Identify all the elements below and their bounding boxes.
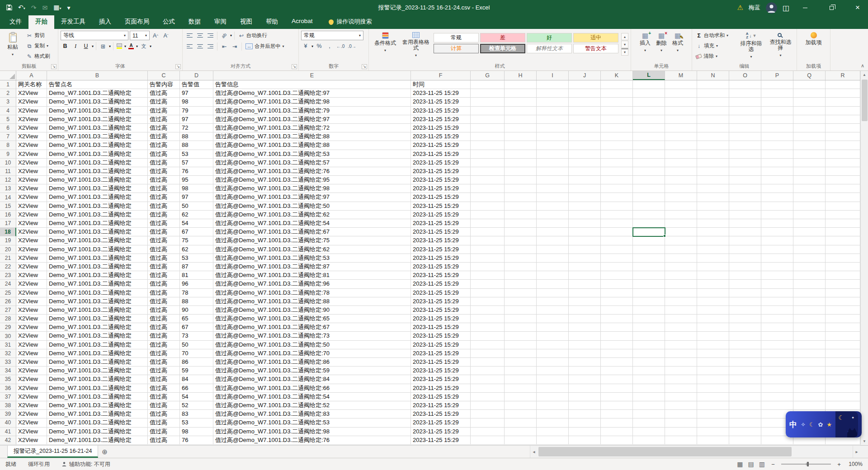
cell-J19[interactable]	[569, 236, 601, 245]
cell-I30[interactable]	[537, 332, 569, 340]
new-sheet-button[interactable]: ⊕	[98, 446, 111, 458]
cell-Q2[interactable]	[793, 89, 826, 98]
cell-J40[interactable]	[569, 418, 601, 427]
cell-H31[interactable]	[505, 341, 537, 349]
cell-J2[interactable]	[569, 89, 601, 98]
cell-Q8[interactable]	[793, 141, 826, 150]
cell-A21[interactable]: X2View	[16, 254, 47, 263]
cell-R12[interactable]	[826, 176, 860, 184]
cell-D13[interactable]: 98	[180, 184, 213, 193]
cell-Q36[interactable]	[793, 384, 826, 393]
cell-N23[interactable]	[697, 271, 729, 280]
cell-O35[interactable]	[729, 375, 761, 384]
cell-F6[interactable]: 2023-11-25 15:29	[411, 124, 471, 132]
cell-style-chip-neutral[interactable]: 适中	[573, 33, 618, 42]
cell-I18[interactable]	[537, 228, 569, 236]
cell-I31[interactable]	[537, 341, 569, 349]
cell-B33[interactable]: Demo_W7.1001.D3.二通阀给定	[47, 358, 148, 367]
cell-C8[interactable]: 值过高	[148, 141, 180, 150]
cell-G32[interactable]	[471, 349, 505, 358]
zoom-out-button[interactable]: −	[770, 461, 776, 468]
cell-M9[interactable]	[665, 150, 697, 159]
cell-O28[interactable]	[729, 315, 761, 323]
cell-K25[interactable]	[601, 289, 633, 297]
cell-N29[interactable]	[697, 323, 729, 332]
cell-E19[interactable]: 值过高@Demo_W7.1001.D3.二通阀给定:75	[213, 236, 411, 245]
cell-D36[interactable]: 66	[180, 384, 213, 393]
cell-K15[interactable]	[601, 202, 633, 211]
cell-I13[interactable]	[537, 184, 569, 193]
cell-L10[interactable]	[633, 159, 665, 167]
cell-F32[interactable]: 2023-11-25 15:29	[411, 349, 471, 358]
cell-J3[interactable]	[569, 98, 601, 106]
touch-mode-dropdown-icon[interactable]: ▾	[59, 6, 61, 10]
cell-style-chip-explain[interactable]: 解释性文本	[527, 44, 572, 53]
sort-filter-button[interactable]: AZ↓▼ 排序和筛选 ▾	[737, 31, 765, 61]
cell-E40[interactable]: 值过高@Demo_W7.1001.D3.二通阀给定:53	[213, 418, 411, 427]
cell-J29[interactable]	[569, 323, 601, 332]
cell-P18[interactable]	[761, 228, 793, 236]
cell-C30[interactable]: 值过高	[148, 332, 180, 340]
cell-H18[interactable]	[505, 228, 537, 236]
cell-R17[interactable]	[826, 219, 860, 228]
cell-O33[interactable]	[729, 358, 761, 367]
cell-H12[interactable]	[505, 176, 537, 184]
cell-D20[interactable]: 62	[180, 245, 213, 254]
minimize-button[interactable]	[795, 0, 816, 15]
row-header-17[interactable]: 17	[0, 219, 16, 228]
cell-B19[interactable]: Demo_W7.1001.D3.二通阀给定	[47, 236, 148, 245]
cell-L5[interactable]	[633, 115, 665, 124]
cell-M27[interactable]	[665, 306, 697, 315]
cell-C4[interactable]: 值过高	[148, 107, 180, 115]
cell-J16[interactable]	[569, 211, 601, 219]
cell-F42[interactable]: 2023-11-25 15:29	[411, 436, 471, 445]
cell-B1[interactable]: 告警点名	[47, 80, 148, 89]
view-page-layout-button[interactable]: ▤	[748, 461, 754, 468]
cell-G41[interactable]	[471, 428, 505, 436]
row-header-23[interactable]: 23	[0, 271, 16, 280]
cell-J34[interactable]	[569, 367, 601, 375]
cell-C23[interactable]: 值过高	[148, 271, 180, 280]
cell-I15[interactable]	[537, 202, 569, 211]
cell-N1[interactable]	[697, 80, 729, 89]
cell-H24[interactable]	[505, 280, 537, 288]
cell-C20[interactable]: 值过高	[148, 245, 180, 254]
cell-Q10[interactable]	[793, 159, 826, 167]
cell-R4[interactable]	[826, 107, 860, 115]
ribbon-tab-6[interactable]: 数据	[182, 15, 208, 29]
cell-A8[interactable]: X2View	[16, 141, 47, 150]
cell-F34[interactable]: 2023-11-25 15:29	[411, 367, 471, 375]
cell-J10[interactable]	[569, 159, 601, 167]
cell-B24[interactable]: Demo_W7.1001.D3.二通阀给定	[47, 280, 148, 288]
cell-F27[interactable]: 2023-11-25 15:29	[411, 306, 471, 315]
cell-G37[interactable]	[471, 393, 505, 401]
maximize-button[interactable]	[821, 0, 842, 15]
cell-K38[interactable]	[601, 401, 633, 410]
cell-E2[interactable]: 值过高@Demo_W7.1001.D3.二通阀给定:97	[213, 89, 411, 98]
cell-R11[interactable]	[826, 167, 860, 176]
cell-M35[interactable]	[665, 375, 697, 384]
cell-N21[interactable]	[697, 254, 729, 263]
cell-C10[interactable]: 值过高	[148, 159, 180, 167]
number-dialog-launcher[interactable]: ↘	[362, 64, 367, 69]
cell-P33[interactable]	[761, 358, 793, 367]
row-header-39[interactable]: 39	[0, 410, 16, 418]
cell-R30[interactable]	[826, 332, 860, 340]
font-color-button[interactable]: A	[127, 43, 135, 50]
ime-star-icon[interactable]: ★	[826, 421, 832, 428]
cell-N18[interactable]	[697, 228, 729, 236]
undo-dropdown-icon[interactable]: ▾	[24, 6, 25, 10]
cell-style-chip-normal[interactable]: 常规	[434, 33, 479, 42]
decrease-font-button[interactable]: Aˇ	[161, 31, 170, 40]
cell-H4[interactable]	[505, 107, 537, 115]
cell-O8[interactable]	[729, 141, 761, 150]
cell-M1[interactable]	[665, 80, 697, 89]
cell-E22[interactable]: 值过高@Demo_W7.1001.D3.二通阀给定:87	[213, 263, 411, 271]
cell-H42[interactable]	[505, 436, 537, 445]
cell-B18[interactable]: Demo_W7.1001.D3.二通阀给定	[47, 228, 148, 236]
cell-Q14[interactable]	[793, 193, 826, 202]
cell-P15[interactable]	[761, 202, 793, 211]
cell-L38[interactable]	[633, 401, 665, 410]
cell-F22[interactable]: 2023-11-25 15:29	[411, 263, 471, 271]
cell-R22[interactable]	[826, 263, 860, 271]
